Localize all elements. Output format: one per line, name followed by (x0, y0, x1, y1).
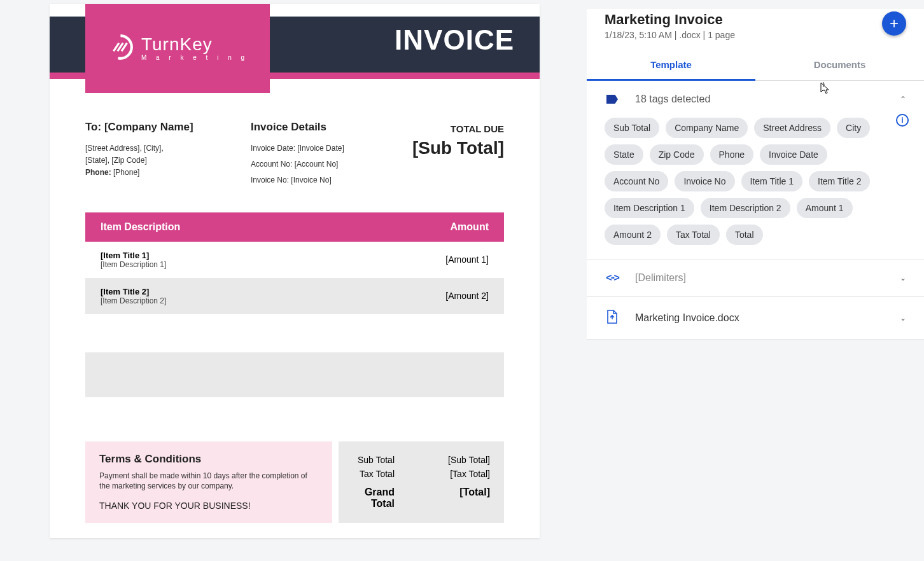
tag-chip[interactable]: Account No (605, 171, 668, 191)
panel-title: Marketing Invoice (605, 11, 882, 28)
invoice-no-line: Invoice No: [Invoice No] (251, 174, 391, 186)
tag-chip[interactable]: Company Name (666, 118, 748, 138)
tab-documents[interactable]: Documents (755, 50, 924, 80)
item-desc-1: [Item Description 1] (101, 260, 400, 269)
tag-chip[interactable]: Item Description 2 (701, 198, 790, 218)
table-row: [Item Title 1] [Item Description 1] [Amo… (85, 242, 504, 278)
tag-chip[interactable]: Phone (710, 144, 753, 165)
total-due-label: TOTAL DUE (403, 123, 504, 134)
account-no-line: Account No: [Account No] (251, 158, 391, 170)
total-due-value: [Sub Total] (403, 138, 504, 158)
tag-chip[interactable]: Street Address (754, 118, 830, 138)
phone-value: [Phone] (113, 168, 139, 177)
invoice-title: INVOICE (395, 24, 514, 56)
file-label: Marketing Invoice.docx (635, 312, 900, 324)
tag-chip[interactable]: Item Description 1 (605, 198, 694, 218)
item-amount-1: [Amount 1] (400, 254, 489, 265)
brand-subtitle: M a r k e t i n g (141, 55, 248, 61)
grandtotal-label: Grand Total (353, 487, 420, 509)
tag-chip[interactable]: Amount 2 (605, 225, 661, 245)
subtotal-label: Sub Total (353, 455, 420, 465)
table-row: [Item Title 2] [Item Description 2] [Amo… (85, 278, 504, 314)
brand-logo-icon (107, 34, 134, 63)
tag-chip[interactable]: State (605, 144, 643, 165)
taxtotal-value: [Tax Total] (420, 469, 490, 479)
address-line-1: [Street Address], [City], (85, 142, 238, 155)
thanks-text: THANK YOU FOR YOUR BUSINESS! (99, 501, 318, 511)
phone-label: Phone: (85, 168, 111, 177)
terms-box: Terms & Conditions Payment shall be made… (85, 441, 332, 523)
brand-name: TurnKey (141, 36, 248, 53)
invoice-document-preview: TurnKey M a r k e t i n g INVOICE To: [C… (50, 4, 540, 538)
chevron-up-icon: ⌃ (900, 95, 906, 104)
tag-chip[interactable]: Item Title 2 (809, 171, 870, 191)
delimiters-label: [Delimiters] (635, 272, 900, 284)
terms-title: Terms & Conditions (99, 453, 318, 466)
invoice-date-line: Invoice Date: [Invoice Date] (251, 142, 391, 155)
tag-chip[interactable]: Total (726, 225, 763, 245)
table-header: Item Description Amount (85, 212, 504, 242)
tag-chip[interactable]: Zip Code (650, 144, 704, 165)
tag-chip[interactable]: Item Title 1 (741, 171, 802, 191)
tags-section-header[interactable]: 18 tags detected ⌃ (587, 81, 924, 118)
tag-chip[interactable]: Invoice Date (760, 144, 827, 165)
totals-box: Sub Total[Sub Total] Tax Total[Tax Total… (339, 441, 504, 523)
tag-chip[interactable]: Invoice No (675, 171, 734, 191)
brand-block: TurnKey M a r k e t i n g (85, 4, 270, 93)
tag-chip[interactable]: Tax Total (667, 225, 720, 245)
chevron-down-icon: ⌄ (900, 314, 906, 322)
tag-chip[interactable]: Sub Total (605, 118, 659, 138)
taxtotal-label: Tax Total (353, 469, 420, 479)
chevron-down-icon: ⌄ (900, 274, 906, 282)
tag-chip[interactable]: City (837, 118, 870, 138)
properties-panel: Marketing Invoice 1/18/23, 5:10 AM | .do… (587, 9, 924, 340)
terms-body: Payment shall be made within 10 days aft… (99, 471, 318, 492)
col-amount: Amount (400, 221, 489, 233)
col-description: Item Description (101, 221, 400, 233)
plus-icon: + (890, 15, 899, 32)
item-amount-2: [Amount 2] (400, 291, 489, 301)
tags-detected-label: 18 tags detected (635, 94, 900, 105)
to-label: To: [Company Name] (85, 121, 238, 134)
item-title-1: [Item Title 1] (101, 251, 400, 260)
file-icon (606, 310, 618, 326)
delimiters-icon: <··> (606, 272, 619, 284)
blank-strip (85, 352, 504, 397)
tag-chip[interactable]: Amount 1 (797, 198, 853, 218)
subtotal-value: [Sub Total] (420, 455, 490, 465)
grandtotal-value: [Total] (420, 487, 490, 509)
invoice-details-title: Invoice Details (251, 121, 391, 134)
file-section-header[interactable]: Marketing Invoice.docx ⌄ (587, 297, 924, 339)
tab-template[interactable]: Template (587, 50, 755, 81)
info-icon[interactable]: i (896, 114, 909, 127)
panel-meta: 1/18/23, 5:10 AM | .docx | 1 page (605, 30, 882, 40)
address-line-2: [State], [Zip Code] (85, 155, 238, 167)
tag-icon (606, 95, 618, 104)
item-desc-2: [Item Description 2] (101, 296, 400, 305)
item-title-2: [Item Title 2] (101, 287, 400, 296)
add-button[interactable]: + (882, 11, 906, 36)
delimiters-section-header[interactable]: <··> [Delimiters] ⌄ (587, 260, 924, 296)
